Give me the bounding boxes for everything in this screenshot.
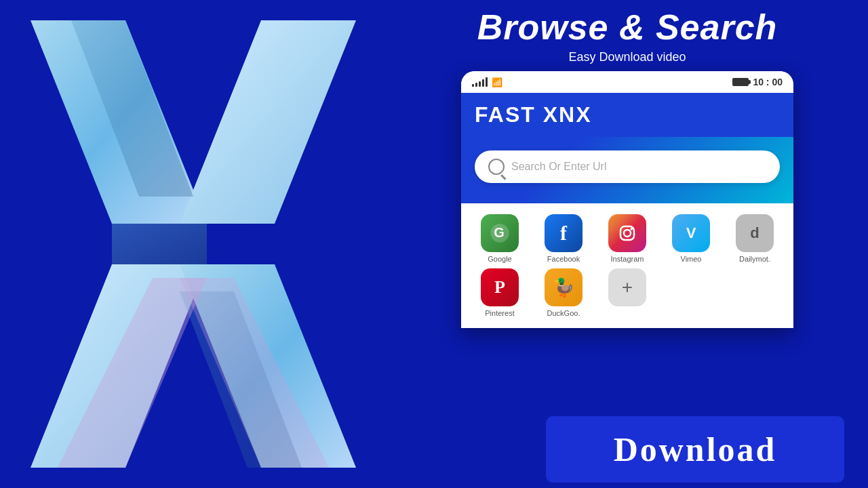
clock: 10 : 00 <box>753 77 783 87</box>
facebook-icon[interactable]: f <box>545 214 583 252</box>
header-text: Browse & Search Easy Download video <box>477 7 778 64</box>
page-title: Browse & Search <box>477 7 778 47</box>
vimeo-label: Vimeo <box>681 255 702 263</box>
signal-bar-2 <box>475 83 477 87</box>
svg-point-12 <box>624 230 631 237</box>
vimeo-icon[interactable]: V <box>672 214 710 252</box>
search-bar[interactable]: Search Or Enter Url <box>475 150 780 183</box>
right-section: Browse & Search Easy Download video 📶 10… <box>387 0 868 488</box>
phone-mockup: 📶 10 : 00 FAST XNX Search Or Enter Url <box>461 71 793 328</box>
left-section <box>0 0 387 488</box>
icons-row-1: G Google f Facebook <box>468 214 787 263</box>
status-left: 📶 <box>472 77 502 87</box>
list-item[interactable]: d Dailymot. <box>726 214 784 263</box>
dailymotion-label: Dailymot. <box>739 255 770 263</box>
google-label: Google <box>488 255 511 263</box>
x-logo <box>17 7 370 481</box>
google-icon[interactable]: G <box>481 214 519 252</box>
list-item[interactable]: V Vimeo <box>662 214 720 263</box>
list-item[interactable]: Instagram <box>598 214 656 263</box>
list-item[interactable]: + <box>598 268 656 317</box>
download-section: Download <box>546 416 844 483</box>
subtitle: Easy Download video <box>477 50 778 64</box>
download-label: Download <box>614 430 777 468</box>
svg-marker-4 <box>112 224 207 264</box>
status-bar: 📶 10 : 00 <box>461 71 793 93</box>
facebook-label: Facebook <box>547 255 580 263</box>
signal-bars-icon <box>472 77 488 87</box>
svg-text:G: G <box>494 225 505 240</box>
instagram-icon[interactable] <box>608 214 646 252</box>
duckduckgo-icon[interactable]: 🦆 <box>545 268 583 306</box>
list-item[interactable]: G Google <box>471 214 529 263</box>
search-icon <box>488 159 505 175</box>
browser-content: G Google f Facebook <box>461 203 793 328</box>
pinterest-icon[interactable]: P <box>481 268 519 306</box>
wifi-icon: 📶 <box>492 77 502 87</box>
svg-marker-1 <box>180 20 356 224</box>
download-button[interactable]: Download <box>546 416 844 483</box>
signal-bar-4 <box>482 79 484 87</box>
icons-row-2: P Pinterest 🦆 DuckGoo. + <box>468 268 787 317</box>
add-shortcut-icon[interactable]: + <box>608 268 646 306</box>
list-item[interactable]: P Pinterest <box>471 268 529 317</box>
status-right: 10 : 00 <box>732 77 783 87</box>
instagram-label: Instagram <box>611 255 644 263</box>
duckduckgo-label: DuckGoo. <box>547 309 580 317</box>
search-placeholder: Search Or Enter Url <box>511 161 606 173</box>
wave-area: Search Or Enter Url <box>461 137 793 203</box>
app-name: FAST XNX <box>475 102 591 127</box>
pinterest-label: Pinterest <box>485 309 514 317</box>
list-item[interactable]: f Facebook <box>534 214 593 263</box>
signal-bar-5 <box>486 77 488 87</box>
signal-bar-1 <box>472 84 474 87</box>
list-item[interactable]: 🦆 DuckGoo. <box>534 268 593 317</box>
dailymotion-icon[interactable]: d <box>736 214 774 252</box>
svg-point-13 <box>630 228 633 230</box>
signal-bar-3 <box>479 81 481 87</box>
app-header: FAST XNX <box>461 93 793 137</box>
battery-icon <box>732 78 749 86</box>
